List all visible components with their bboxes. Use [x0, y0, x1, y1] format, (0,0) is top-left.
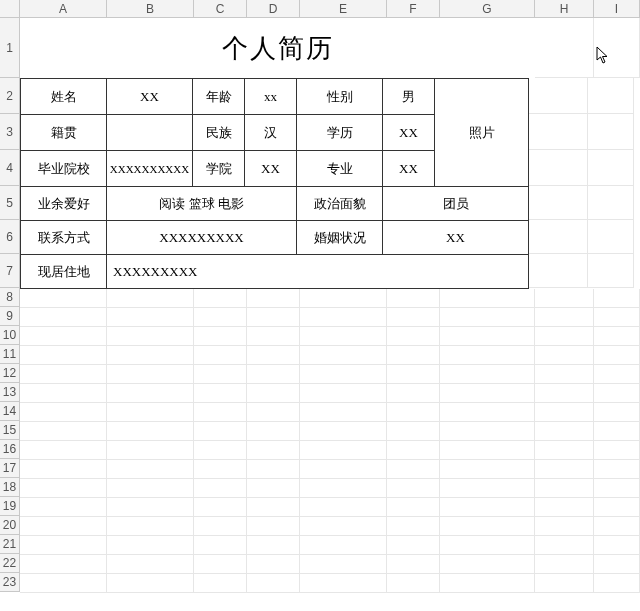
cell[interactable]	[594, 346, 640, 365]
school-value[interactable]: XXXXXXXXXX	[107, 151, 193, 187]
cell[interactable]	[20, 384, 107, 403]
col-header-B[interactable]: B	[107, 0, 194, 18]
cell[interactable]	[107, 536, 194, 555]
col-header-C[interactable]: C	[194, 0, 247, 18]
cell[interactable]	[194, 555, 247, 574]
cell[interactable]	[440, 403, 535, 422]
column-headers[interactable]: ABCDEFGHI	[20, 0, 640, 18]
cell[interactable]	[588, 220, 634, 254]
cell[interactable]	[107, 365, 194, 384]
cell[interactable]	[194, 441, 247, 460]
cell[interactable]	[535, 574, 594, 593]
cell[interactable]	[20, 460, 107, 479]
cell[interactable]	[107, 422, 194, 441]
cell[interactable]	[194, 365, 247, 384]
cell[interactable]	[247, 327, 300, 346]
cell[interactable]	[247, 403, 300, 422]
cell[interactable]	[107, 384, 194, 403]
cell[interactable]	[594, 460, 640, 479]
cell[interactable]	[440, 327, 535, 346]
contact-value[interactable]: XXXXXXXXX	[107, 221, 297, 255]
cell[interactable]	[300, 289, 387, 308]
cell[interactable]	[535, 460, 594, 479]
cell[interactable]	[529, 150, 588, 186]
cell[interactable]	[535, 327, 594, 346]
cell[interactable]	[440, 289, 535, 308]
row-header-12[interactable]: 12	[0, 364, 20, 383]
cell[interactable]	[535, 365, 594, 384]
cell[interactable]	[20, 517, 107, 536]
cell[interactable]	[440, 517, 535, 536]
row-header-16[interactable]: 16	[0, 440, 20, 459]
cell[interactable]	[247, 536, 300, 555]
cell[interactable]	[387, 289, 440, 308]
cell[interactable]	[387, 479, 440, 498]
cell[interactable]	[300, 346, 387, 365]
politics-value[interactable]: 团员	[383, 187, 529, 221]
cell[interactable]	[594, 441, 640, 460]
cell[interactable]	[247, 346, 300, 365]
cell[interactable]	[594, 403, 640, 422]
marital-value[interactable]: XX	[383, 221, 529, 255]
native-value[interactable]	[107, 115, 193, 151]
cell[interactable]	[387, 574, 440, 593]
col-header-G[interactable]: G	[440, 0, 535, 18]
cell[interactable]	[107, 403, 194, 422]
cell[interactable]	[440, 460, 535, 479]
cell[interactable]	[588, 254, 634, 288]
cell[interactable]	[20, 327, 107, 346]
cell[interactable]	[247, 308, 300, 327]
cell[interactable]	[20, 536, 107, 555]
cell[interactable]	[440, 536, 535, 555]
cell[interactable]	[107, 555, 194, 574]
row-header-6[interactable]: 6	[0, 220, 20, 254]
cell[interactable]	[440, 555, 535, 574]
select-all-corner[interactable]	[0, 0, 20, 18]
cell[interactable]	[535, 479, 594, 498]
cell[interactable]	[535, 536, 594, 555]
name-value[interactable]: XX	[107, 79, 193, 115]
address-value[interactable]: XXXXXXXXX	[107, 255, 529, 289]
row-header-7[interactable]: 7	[0, 254, 20, 288]
cell[interactable]	[440, 308, 535, 327]
cell[interactable]	[194, 574, 247, 593]
cell[interactable]	[300, 555, 387, 574]
cell[interactable]	[440, 384, 535, 403]
cell[interactable]	[247, 517, 300, 536]
cell[interactable]	[300, 536, 387, 555]
cell[interactable]	[20, 403, 107, 422]
cell[interactable]	[529, 186, 588, 220]
cell[interactable]	[588, 78, 634, 114]
cell[interactable]	[247, 441, 300, 460]
cell[interactable]	[107, 479, 194, 498]
cell[interactable]	[247, 574, 300, 593]
cell[interactable]	[588, 114, 634, 150]
cell[interactable]	[440, 346, 535, 365]
cell[interactable]	[387, 555, 440, 574]
cell[interactable]	[387, 346, 440, 365]
cell[interactable]	[529, 254, 588, 288]
row-header-21[interactable]: 21	[0, 535, 20, 554]
cell[interactable]	[20, 479, 107, 498]
row-header-13[interactable]: 13	[0, 383, 20, 402]
cell[interactable]	[529, 114, 588, 150]
cell[interactable]	[594, 536, 640, 555]
cell[interactable]	[107, 460, 194, 479]
cell[interactable]	[247, 460, 300, 479]
cell[interactable]	[20, 346, 107, 365]
cell[interactable]	[594, 555, 640, 574]
col-header-D[interactable]: D	[247, 0, 300, 18]
cell[interactable]	[107, 574, 194, 593]
cell[interactable]	[440, 498, 535, 517]
cell[interactable]	[387, 365, 440, 384]
cell[interactable]	[300, 422, 387, 441]
cell[interactable]	[535, 517, 594, 536]
cell[interactable]	[20, 308, 107, 327]
cell[interactable]	[194, 289, 247, 308]
cell[interactable]	[20, 365, 107, 384]
cell[interactable]	[247, 498, 300, 517]
col-header-F[interactable]: F	[387, 0, 440, 18]
college-value[interactable]: XX	[245, 151, 297, 187]
cell[interactable]	[194, 327, 247, 346]
cell[interactable]	[194, 479, 247, 498]
